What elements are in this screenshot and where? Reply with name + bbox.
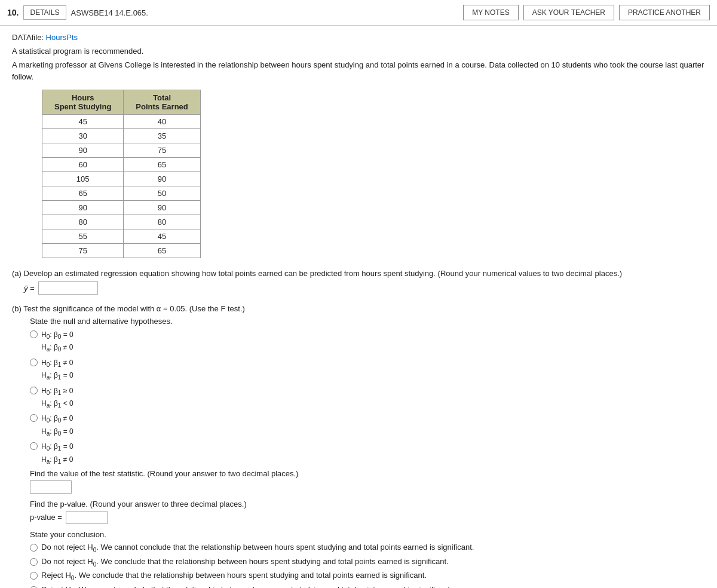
top-bar: 10. DETAILS ASWSBE14 14.E.065. MY NOTES …: [0, 0, 717, 26]
table-row: 4540: [42, 115, 201, 129]
ha-4: Ha: β0 = 0: [41, 426, 73, 439]
data-table: HoursSpent Studying TotalPoints Earned 4…: [42, 90, 201, 258]
table-row: 9075: [42, 143, 201, 158]
datafile-link[interactable]: HoursPts: [46, 33, 78, 42]
part-a-section: (a) Develop an estimated regression equa…: [12, 269, 705, 295]
stat-note: A statistical program is recommended.: [12, 47, 705, 56]
p-value-row: p-value =: [30, 511, 705, 524]
hypothesis-radio-5[interactable]: [30, 442, 38, 450]
main-content: DATAfile: HoursPts A statistical program…: [0, 26, 717, 588]
find-stat-label: Find the value of the test statistic. (R…: [30, 469, 705, 478]
conclusion-radio-2[interactable]: [30, 558, 38, 566]
test-statistic-input[interactable]: [30, 480, 72, 494]
h0-3: H0: β1 ≥ 0: [41, 385, 73, 398]
hypothesis-group: H0: β0 = 0 Ha: β0 ≠ 0 H0: β1 ≠ 0 Ha: β1 …: [30, 329, 705, 467]
stat-input-row: [30, 480, 705, 494]
p-value-prefix: p-value =: [30, 513, 62, 522]
hypothesis-radio-1[interactable]: [30, 330, 38, 338]
part-b-section: (b) Test the significance of the model w…: [12, 304, 705, 588]
conclusion-option-3: Reject H0. We conclude that the relation…: [30, 571, 705, 581]
conclusion-label: State your conclusion.: [30, 530, 705, 539]
conclusion-text-3: Reject H0. We conclude that the relation…: [41, 571, 427, 581]
my-notes-button[interactable]: MY NOTES: [463, 5, 518, 20]
part-b-label: (b) Test the significance of the model w…: [12, 304, 705, 313]
datafile-line: DATAfile: HoursPts: [12, 33, 705, 42]
part-a-label: (a) Develop an estimated regression equa…: [12, 269, 705, 278]
datafile-label: DATAfile:: [12, 33, 44, 42]
col2-header: TotalPoints Earned: [124, 90, 200, 115]
yhat-input[interactable]: [38, 281, 98, 295]
col1-header: HoursSpent Studying: [42, 90, 124, 115]
part-a-text: Develop an estimated regression equation…: [24, 269, 623, 278]
table-row: 3035: [42, 129, 201, 143]
h0-5: H0: β1 = 0: [41, 441, 73, 454]
conclusion-radio-3[interactable]: [30, 572, 38, 580]
part-b-text: Test the significance of the model with …: [23, 304, 245, 313]
part-a-marker: (a): [12, 269, 22, 278]
hyp-lines-2: H0: β1 ≠ 0 Ha: β1 = 0: [41, 357, 73, 383]
ha-5: Ha: β1 ≠ 0: [41, 454, 73, 467]
problem-code: ASWSBE14 14.E.065.: [71, 8, 464, 17]
table-row: 9090: [42, 201, 201, 215]
conclusion-text-2: Do not reject H0. We conclude that the r…: [41, 557, 449, 568]
hypothesis-option-4: H0: β0 ≠ 0 Ha: β0 = 0: [30, 413, 705, 439]
hypothesis-radio-3[interactable]: [30, 387, 38, 394]
conclusion-option-1: Do not reject H0. We cannot conclude tha…: [30, 543, 705, 553]
hyp-lines-4: H0: β0 ≠ 0 Ha: β0 = 0: [41, 413, 73, 439]
ha-1: Ha: β0 ≠ 0: [41, 342, 73, 354]
question-number: 10.: [7, 8, 19, 17]
table-row: 10590: [42, 172, 201, 186]
hyp-lines-5: H0: β1 = 0 Ha: β1 ≠ 0: [41, 441, 73, 467]
table-row: 8080: [42, 215, 201, 229]
practice-another-button[interactable]: PRACTICE ANOTHER: [619, 5, 710, 20]
top-right-buttons: MY NOTES ASK YOUR TEACHER PRACTICE ANOTH…: [463, 5, 710, 20]
hypothesis-option-5: H0: β1 = 0 Ha: β1 ≠ 0: [30, 441, 705, 467]
conclusion-text-1: Do not reject H0. We cannot conclude tha…: [41, 543, 474, 553]
conclusion-text-4: Reject H0. We cannot conclude that the r…: [41, 585, 452, 588]
ha-2: Ha: β1 = 0: [41, 370, 73, 382]
hypothesis-option-2: H0: β1 ≠ 0 Ha: β1 = 0: [30, 357, 705, 383]
hypothesis-radio-4[interactable]: [30, 414, 38, 422]
conclusion-option-2: Do not reject H0. We conclude that the r…: [30, 557, 705, 568]
conclusion-radio-1[interactable]: [30, 544, 38, 552]
h0-4: H0: β0 ≠ 0: [41, 413, 73, 425]
table-row: 6550: [42, 186, 201, 201]
yhat-row: ŷ =: [24, 281, 705, 295]
hypothesis-option-3: H0: β1 ≥ 0 Ha: β1 < 0: [30, 385, 705, 411]
part-b-marker: (b): [12, 304, 22, 313]
ask-teacher-button[interactable]: ASK YOUR TEACHER: [523, 5, 614, 20]
hypothesis-radio-2[interactable]: [30, 359, 38, 366]
conclusion-options: Do not reject H0. We cannot conclude tha…: [30, 543, 705, 588]
ha-3: Ha: β1 < 0: [41, 398, 73, 411]
table-row: 6065: [42, 158, 201, 172]
hyp-lines-1: H0: β0 = 0 Ha: β0 ≠ 0: [41, 329, 73, 355]
yhat-label: ŷ =: [24, 284, 35, 293]
details-button[interactable]: DETAILS: [23, 5, 66, 20]
hypothesis-intro: State the null and alternative hypothese…: [30, 317, 705, 326]
find-pvalue-label: Find the p-value. (Round your answer to …: [30, 500, 705, 509]
hyp-lines-3: H0: β1 ≥ 0 Ha: β1 < 0: [41, 385, 73, 411]
conclusion-option-4: Reject H0. We cannot conclude that the r…: [30, 585, 705, 588]
problem-text: A marketing professor at Givens College …: [12, 59, 705, 82]
pvalue-input[interactable]: [66, 511, 108, 524]
table-row: 7565: [42, 244, 201, 258]
table-row: 5545: [42, 229, 201, 244]
h0-2: H0: β1 ≠ 0: [41, 357, 73, 370]
h0-1: H0: β0 = 0: [41, 329, 73, 342]
hypothesis-option-1: H0: β0 = 0 Ha: β0 ≠ 0: [30, 329, 705, 355]
